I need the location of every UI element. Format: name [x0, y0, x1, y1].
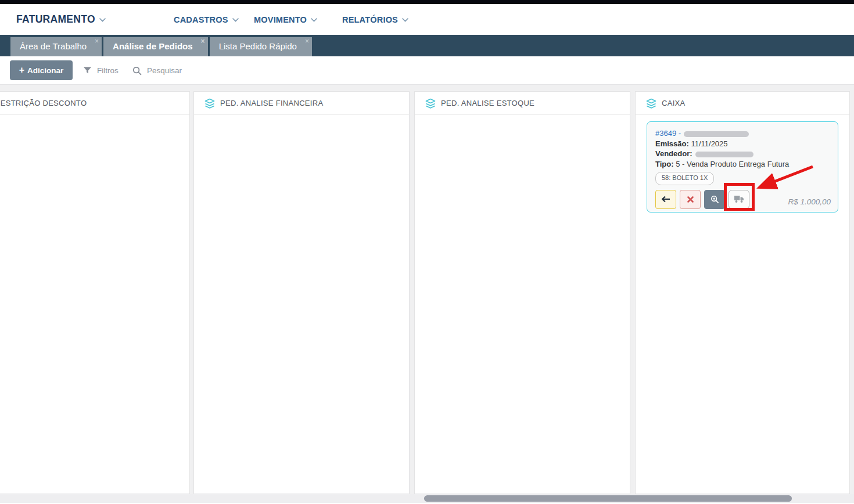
tab-area-de-trabalho[interactable]: Área de Trabalho ×	[10, 37, 102, 56]
search-button[interactable]: Pesquisar	[132, 56, 182, 85]
layers-icon	[425, 98, 436, 109]
kanban-board: RESTRIÇÃO DESCONTO PED. ANALISE FINANCEI…	[0, 85, 854, 504]
nav-movimento-label: MOVIMENTO	[254, 15, 307, 24]
cancel-order-button[interactable]	[680, 190, 701, 209]
column-ped-analise-estoque: PED. ANALISE ESTOQUE	[414, 91, 630, 494]
close-icon[interactable]: ×	[201, 38, 205, 45]
type-label: Tipo:	[655, 160, 674, 168]
card-type-row: Tipo: 5 - Venda Produto Entrega Futura	[655, 159, 830, 170]
plus-icon: +	[19, 65, 24, 75]
emission-label: Emissão:	[655, 139, 689, 148]
add-button-label: Adicionar	[27, 66, 63, 75]
column-restricao-desconto: RESTRIÇÃO DESCONTO	[0, 91, 190, 494]
add-button[interactable]: + Adicionar	[10, 60, 73, 80]
x-icon	[687, 196, 694, 203]
layers-icon	[646, 98, 656, 109]
column-title: PED. ANALISE ESTOQUE	[441, 99, 534, 107]
order-card-3649[interactable]: #3649 - Emissão: 11/11/2025 Vendedor: Ti…	[647, 121, 838, 213]
column-header: RESTRIÇÃO DESCONTO	[0, 92, 189, 115]
column-title: CAIXA	[662, 99, 686, 107]
payment-condition-badge: 58: BOLETO 1X	[655, 172, 714, 185]
filters-button[interactable]: Filtros	[83, 56, 119, 85]
filters-label: Filtros	[97, 66, 119, 75]
nav-relatorios-label: RELATÓRIOS	[342, 15, 398, 24]
close-icon[interactable]: ×	[95, 38, 99, 45]
chevron-down-icon	[232, 18, 239, 22]
column-header: CAIXA	[636, 92, 849, 115]
nav-cadastros-label: CADASTROS	[174, 15, 228, 24]
arrow-left-icon	[661, 196, 670, 203]
board-toolbar: + Adicionar Filtros Pesquisar	[0, 56, 854, 85]
window-top-edge	[0, 0, 854, 4]
truck-icon	[734, 195, 744, 203]
card-title-row: #3649 -	[655, 128, 830, 139]
search-label: Pesquisar	[147, 66, 182, 75]
nav-menu-relatorios[interactable]: RELATÓRIOS	[342, 4, 408, 35]
chevron-down-icon	[311, 18, 317, 22]
zoom-in-icon	[711, 195, 719, 204]
tab-label: Lista Pedido Rápido	[219, 41, 297, 51]
tab-label: Área de Trabalho	[20, 41, 87, 51]
redacted-customer-name	[684, 131, 749, 137]
delivery-truck-button[interactable]	[729, 190, 749, 209]
column-ped-analise-financeira: PED. ANALISE FINANCEIRA	[193, 91, 410, 494]
column-header: PED. ANALISE FINANCEIRA	[194, 92, 409, 115]
filter-icon	[83, 66, 92, 75]
type-value: 5 - Venda Produto Entrega Futura	[674, 160, 790, 168]
column-header: PED. ANALISE ESTOQUE	[415, 92, 630, 115]
tab-bar: Área de Trabalho × Análise de Pedidos × …	[0, 35, 854, 56]
order-total-value: R$ 1.000,00	[788, 197, 831, 207]
horizontal-scrollbar-thumb[interactable]	[424, 495, 792, 502]
chevron-down-icon	[99, 18, 106, 22]
move-back-button[interactable]	[655, 190, 676, 209]
emission-value: 11/11/2025	[689, 139, 728, 148]
card-vendor-row: Vendedor:	[655, 149, 830, 159]
vendor-label: Vendedor:	[655, 149, 692, 158]
nav-faturamento-label: FATURAMENTO	[16, 13, 95, 26]
main-navbar: FATURAMENTO CADASTROS MOVIMENTO RELATÓRI…	[0, 4, 854, 35]
nav-menu-cadastros[interactable]: CADASTROS	[174, 4, 239, 35]
tab-analise-de-pedidos[interactable]: Análise de Pedidos ×	[103, 37, 208, 56]
view-details-button[interactable]	[704, 190, 725, 209]
search-icon	[132, 66, 142, 75]
column-title: RESTRIÇÃO DESCONTO	[0, 99, 87, 107]
close-icon[interactable]: ×	[305, 38, 309, 45]
column-title: PED. ANALISE FINANCEIRA	[220, 99, 323, 107]
tab-label: Análise de Pedidos	[113, 41, 193, 51]
card-emission-row: Emissão: 11/11/2025	[655, 139, 830, 149]
order-number-link[interactable]: #3649 -	[655, 129, 681, 138]
nav-menu-movimento[interactable]: MOVIMENTO	[254, 4, 317, 35]
chevron-down-icon	[402, 18, 408, 22]
tab-lista-pedido-rapido[interactable]: Lista Pedido Rápido ×	[210, 37, 312, 56]
nav-menu-faturamento[interactable]: FATURAMENTO	[16, 4, 106, 35]
layers-icon	[204, 98, 215, 109]
horizontal-scrollbar-track[interactable]	[0, 494, 854, 503]
redacted-vendor-name	[695, 152, 753, 157]
column-caixa: CAIXA #3649 - Emissão: 11/11/2025 Vended…	[635, 91, 850, 494]
